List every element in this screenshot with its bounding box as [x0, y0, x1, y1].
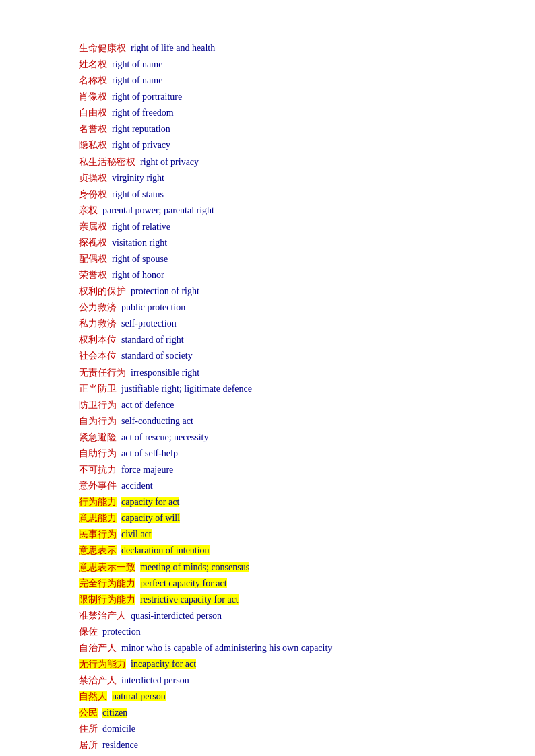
- chinese-term: 意外事件: [79, 481, 117, 491]
- list-item: 隐私权 right of privacy: [79, 137, 508, 153]
- english-term: force majeure: [121, 465, 173, 475]
- english-term: self-conducting act: [121, 416, 193, 426]
- chinese-term: 自由权: [79, 108, 107, 118]
- list-item: 自助行为 act of self-help: [79, 446, 508, 462]
- chinese-term: 探视权: [79, 238, 107, 248]
- english-term: irresponsible right: [131, 368, 199, 378]
- list-item: 公民 citizen: [79, 705, 508, 721]
- chinese-term: 住所: [79, 724, 98, 734]
- list-item: 身份权 right of status: [79, 186, 508, 203]
- list-item: 民事行为 civil act: [79, 526, 508, 543]
- list-item: 禁治产人 interdicted person: [79, 673, 508, 689]
- english-term: right of portraiture: [112, 92, 182, 102]
- list-item: 无行为能力 incapacity for act: [79, 656, 508, 673]
- list-item: 公力救济 public protection: [79, 300, 508, 316]
- list-item: 防卫行为 act of defence: [79, 397, 508, 413]
- list-item: 意思能力 capacity of will: [79, 510, 508, 526]
- list-item: 姓名权 right of name: [79, 57, 508, 73]
- english-term: right of freedom: [112, 108, 174, 118]
- chinese-term: 配偶权: [79, 254, 107, 264]
- english-term: perfect capacity for act: [140, 578, 227, 588]
- list-item: 保佐 protection: [79, 624, 508, 640]
- list-item: 肖像权 right of portraiture: [79, 89, 508, 105]
- list-item: 限制行为能力 restrictive capacity for act: [79, 592, 508, 608]
- english-term: public protection: [121, 302, 185, 312]
- english-term: protection: [102, 627, 141, 637]
- english-term: accident: [121, 481, 153, 491]
- list-item: 自治产人 minor who is capable of administeri…: [79, 640, 508, 656]
- english-term: capacity for act: [121, 497, 179, 507]
- english-term: capacity of will: [121, 513, 180, 523]
- english-term: incapacity for act: [131, 659, 196, 669]
- english-term: meeting of minds; consensus: [140, 562, 249, 572]
- list-item: 自为行为 self-conducting act: [79, 413, 508, 429]
- list-item: 意外事件 accident: [79, 478, 508, 494]
- chinese-term: 限制行为能力: [79, 594, 135, 605]
- list-item: 权利本位 standard of right: [79, 332, 508, 348]
- list-item: 居所 residence: [79, 737, 508, 753]
- chinese-term: 保佐: [79, 627, 98, 637]
- chinese-term: 私生活秘密权: [79, 157, 135, 167]
- english-term: restrictive capacity for act: [140, 594, 239, 605]
- chinese-term: 准禁治产人: [79, 611, 126, 621]
- list-item: 正当防卫 justifiable right; ligitimate defen…: [79, 381, 508, 397]
- chinese-term: 无责任行为: [79, 368, 126, 378]
- english-term: justifiable right; ligitimate defence: [121, 384, 252, 394]
- list-item: 完全行为能力 perfect capacity for act: [79, 576, 508, 592]
- list-item: 意思表示 declaration of intention: [79, 543, 508, 559]
- list-item: 住所 domicile: [79, 721, 508, 737]
- chinese-term: 行为能力: [79, 497, 117, 507]
- chinese-term: 姓名权: [79, 59, 107, 69]
- entry-list: 生命健康权 right of life and health姓名权 right …: [79, 40, 508, 753]
- chinese-term: 民事行为: [79, 529, 117, 539]
- chinese-term: 私力救济: [79, 318, 117, 329]
- english-term: act of defence: [121, 400, 175, 410]
- chinese-term: 禁治产人: [79, 675, 117, 685]
- chinese-term: 公民: [79, 708, 98, 718]
- chinese-term: 社会本位: [79, 351, 117, 361]
- list-item: 私力救济 self-protection: [79, 316, 508, 332]
- list-item: 不可抗力 force majeure: [79, 462, 508, 478]
- list-item: 名誉权 right reputation: [79, 121, 508, 137]
- chinese-term: 名誉权: [79, 124, 107, 134]
- list-item: 无责任行为 irresponsible right: [79, 365, 508, 381]
- list-item: 社会本位 standard of society: [79, 348, 508, 364]
- english-term: right of name: [112, 75, 162, 85]
- english-term: right reputation: [112, 124, 170, 134]
- english-term: visitation right: [112, 238, 167, 248]
- list-item: 自由权 right of freedom: [79, 105, 508, 121]
- chinese-term: 亲权: [79, 205, 98, 215]
- chinese-term: 荣誉权: [79, 270, 107, 280]
- list-item: 荣誉权 right of honor: [79, 267, 508, 283]
- chinese-term: 自然人: [79, 691, 107, 701]
- list-item: 亲属权 right of relative: [79, 219, 508, 235]
- english-term: interdicted person: [121, 675, 189, 685]
- chinese-term: 自助行为: [79, 448, 117, 458]
- english-term: virginity right: [112, 173, 164, 183]
- list-item: 贞操权 virginity right: [79, 170, 508, 186]
- chinese-term: 完全行为能力: [79, 578, 135, 588]
- english-term: domicile: [102, 724, 135, 734]
- english-term: right of privacy: [140, 157, 199, 167]
- english-term: residence: [102, 740, 138, 750]
- list-item: 行为能力 capacity for act: [79, 494, 508, 510]
- chinese-term: 贞操权: [79, 173, 107, 183]
- chinese-term: 生命健康权: [79, 43, 126, 53]
- list-item: 权利的保护 protection of right: [79, 283, 508, 300]
- list-item: 私生活秘密权 right of privacy: [79, 154, 508, 170]
- chinese-term: 正当防卫: [79, 384, 117, 394]
- chinese-term: 身份权: [79, 189, 107, 199]
- english-term: quasi-interdicted person: [131, 611, 222, 621]
- english-term: right of honor: [112, 270, 164, 280]
- english-term: act of rescue; necessity: [121, 432, 208, 442]
- chinese-term: 紧急避险: [79, 432, 117, 442]
- chinese-term: 亲属权: [79, 221, 107, 232]
- list-item: 自然人 natural person: [79, 689, 508, 705]
- chinese-term: 名称权: [79, 75, 107, 85]
- english-term: standard of right: [121, 335, 184, 345]
- chinese-term: 意思表示一致: [79, 562, 135, 572]
- english-term: right of privacy: [112, 140, 170, 150]
- list-item: 名称权 right of name: [79, 73, 508, 89]
- english-term: minor who is capable of administering hi…: [121, 643, 332, 653]
- chinese-term: 肖像权: [79, 92, 107, 102]
